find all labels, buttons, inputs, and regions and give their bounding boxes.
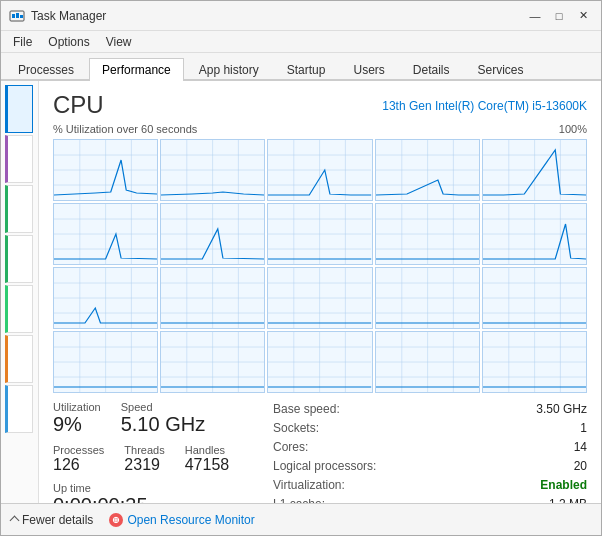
speed-label: Speed bbox=[121, 401, 205, 413]
main-panel: CPU 13th Gen Intel(R) Core(TM) i5-13600K… bbox=[39, 81, 601, 503]
title-bar: Task Manager — □ ✕ bbox=[1, 1, 601, 31]
menu-view[interactable]: View bbox=[98, 33, 140, 51]
cpu-graph-1-3 bbox=[375, 203, 480, 265]
cores-label: Cores: bbox=[273, 440, 308, 454]
uptime-value: 0:00:00:35 bbox=[53, 494, 253, 503]
sidebar bbox=[1, 81, 39, 503]
cpu-graph-2-4 bbox=[482, 267, 587, 329]
cpu-graph-1-1 bbox=[160, 203, 265, 265]
cpu-graph-3-0 bbox=[53, 331, 158, 393]
handles-stat: Handles 47158 bbox=[185, 444, 230, 474]
stats-right: Base speed: 3.50 GHz Sockets: 1 Cores: 1… bbox=[273, 401, 587, 503]
window-controls: — □ ✕ bbox=[525, 7, 593, 25]
threads-stat: Threads 2319 bbox=[124, 444, 164, 474]
threads-label: Threads bbox=[124, 444, 164, 456]
cpu-header: CPU 13th Gen Intel(R) Core(TM) i5-13600K bbox=[53, 91, 587, 119]
cpu-graph-2-2 bbox=[267, 267, 372, 329]
cpu-graph-0-3 bbox=[375, 139, 480, 201]
cpu-graph-1-0 bbox=[53, 203, 158, 265]
open-resource-label: Open Resource Monitor bbox=[127, 513, 254, 527]
cpu-graph-3-3 bbox=[375, 331, 480, 393]
processes-label: Processes bbox=[53, 444, 104, 456]
logical-label: Logical processors: bbox=[273, 459, 376, 473]
handles-label: Handles bbox=[185, 444, 230, 456]
cpu-graph-3-2 bbox=[267, 331, 372, 393]
base-speed-label: Base speed: bbox=[273, 402, 340, 416]
svg-rect-2 bbox=[16, 13, 19, 18]
cpu-graph-2-3 bbox=[375, 267, 480, 329]
svg-rect-3 bbox=[20, 15, 23, 18]
base-speed-value: 3.50 GHz bbox=[536, 402, 587, 416]
sidebar-item-gpu0[interactable] bbox=[5, 335, 33, 383]
cpu-model: 13th Gen Intel(R) Core(TM) i5-13600K bbox=[382, 91, 587, 113]
virt-row: Virtualization: Enabled bbox=[273, 477, 587, 493]
cpu-graph-0-4 bbox=[482, 139, 587, 201]
cpu-graphs-grid bbox=[53, 139, 587, 393]
resource-monitor-icon: ⊕ bbox=[109, 513, 123, 527]
processes-stat: Processes 126 bbox=[53, 444, 104, 474]
sidebar-item-disk1[interactable] bbox=[5, 235, 33, 283]
utilization-label: Utilization bbox=[53, 401, 101, 413]
app-icon bbox=[9, 8, 25, 24]
utilization-stat: Utilization 9% bbox=[53, 401, 101, 436]
stats-left: Utilization 9% Speed 5.10 GHz Processes … bbox=[53, 401, 253, 503]
virt-label: Virtualization: bbox=[273, 478, 345, 492]
tab-startup[interactable]: Startup bbox=[274, 58, 339, 81]
svg-rect-1 bbox=[12, 14, 15, 18]
processes-value: 126 bbox=[53, 456, 104, 474]
cpu-graph-0-0 bbox=[53, 139, 158, 201]
menu-bar: File Options View bbox=[1, 31, 601, 53]
tab-services[interactable]: Services bbox=[465, 58, 537, 81]
utilization-value: 9% bbox=[53, 413, 101, 436]
stats-section: Utilization 9% Speed 5.10 GHz Processes … bbox=[53, 401, 587, 503]
open-resource-monitor-button[interactable]: ⊕ Open Resource Monitor bbox=[109, 513, 254, 527]
uptime-label: Up time bbox=[53, 482, 253, 494]
l1-row: L1 cache: 1.2 MB bbox=[273, 496, 587, 503]
speed-value: 5.10 GHz bbox=[121, 413, 205, 436]
cpu-graph-1-4 bbox=[482, 203, 587, 265]
cpu-graph-3-1 bbox=[160, 331, 265, 393]
menu-options[interactable]: Options bbox=[40, 33, 97, 51]
sockets-value: 1 bbox=[580, 421, 587, 435]
proc-thread-handle-row: Processes 126 Threads 2319 Handles 47158 bbox=[53, 444, 253, 474]
content-area: CPU 13th Gen Intel(R) Core(TM) i5-13600K… bbox=[1, 81, 601, 503]
fewer-details-button[interactable]: Fewer details bbox=[11, 513, 93, 527]
cpu-graph-1-2 bbox=[267, 203, 372, 265]
tab-users[interactable]: Users bbox=[340, 58, 397, 81]
virt-value: Enabled bbox=[540, 478, 587, 492]
task-manager-window: Task Manager — □ ✕ File Options View Pro… bbox=[0, 0, 602, 536]
sidebar-item-cpu[interactable] bbox=[5, 85, 33, 133]
tab-details[interactable]: Details bbox=[400, 58, 463, 81]
footer: Fewer details ⊕ Open Resource Monitor bbox=[1, 503, 601, 535]
sidebar-item-memory[interactable] bbox=[5, 135, 33, 183]
close-button[interactable]: ✕ bbox=[573, 7, 593, 25]
cores-value: 14 bbox=[574, 440, 587, 454]
fewer-details-label: Fewer details bbox=[22, 513, 93, 527]
base-speed-row: Base speed: 3.50 GHz bbox=[273, 401, 587, 417]
cores-row: Cores: 14 bbox=[273, 439, 587, 455]
cpu-title: CPU bbox=[53, 91, 104, 119]
menu-file[interactable]: File bbox=[5, 33, 40, 51]
cpu-graph-0-1 bbox=[160, 139, 265, 201]
cpu-graph-2-0 bbox=[53, 267, 158, 329]
tabs-bar: Processes Performance App history Startu… bbox=[1, 53, 601, 81]
minimize-button[interactable]: — bbox=[525, 7, 545, 25]
sockets-row: Sockets: 1 bbox=[273, 420, 587, 436]
util-speed-row: Utilization 9% Speed 5.10 GHz bbox=[53, 401, 253, 436]
cpu-graph-0-2 bbox=[267, 139, 372, 201]
window-title: Task Manager bbox=[31, 9, 106, 23]
sidebar-item-gpu1[interactable] bbox=[5, 385, 33, 433]
threads-value: 2319 bbox=[124, 456, 164, 474]
speed-stat: Speed 5.10 GHz bbox=[121, 401, 205, 436]
maximize-button[interactable]: □ bbox=[549, 7, 569, 25]
uptime-stat: Up time 0:00:00:35 bbox=[53, 482, 253, 503]
logical-row: Logical processors: 20 bbox=[273, 458, 587, 474]
tab-app-history[interactable]: App history bbox=[186, 58, 272, 81]
graph-max: 100% bbox=[559, 123, 587, 137]
tab-processes[interactable]: Processes bbox=[5, 58, 87, 81]
sidebar-item-network[interactable] bbox=[5, 285, 33, 333]
sidebar-item-disk0[interactable] bbox=[5, 185, 33, 233]
title-bar-left: Task Manager bbox=[9, 8, 106, 24]
tab-performance[interactable]: Performance bbox=[89, 58, 184, 81]
graph-label: % Utilization over 60 seconds bbox=[53, 123, 197, 135]
